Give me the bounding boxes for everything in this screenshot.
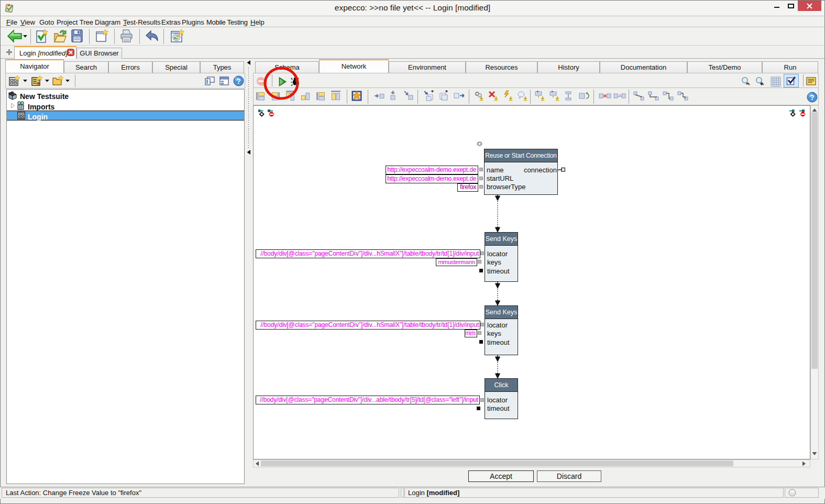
svg-text:?: ? <box>236 77 241 85</box>
svg-text:?: ? <box>619 93 621 98</box>
svg-text:?: ? <box>810 93 815 102</box>
